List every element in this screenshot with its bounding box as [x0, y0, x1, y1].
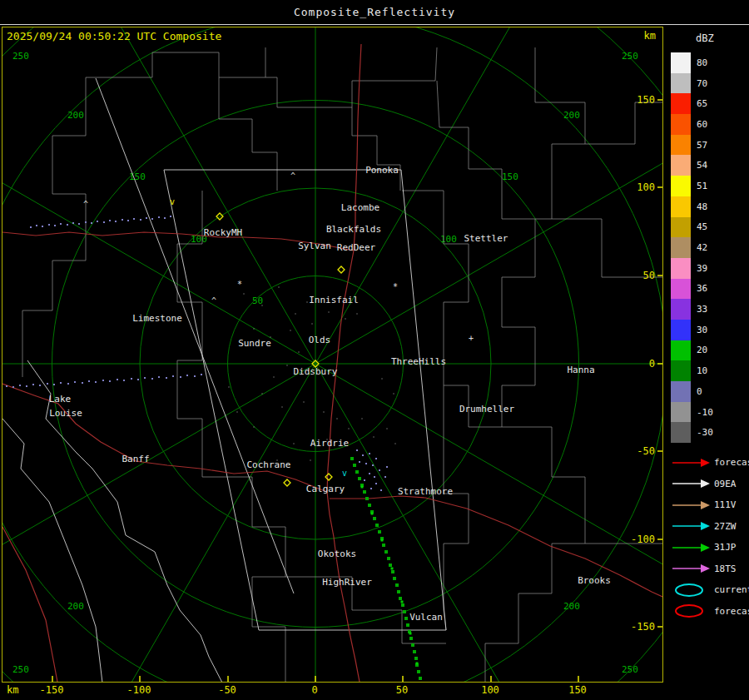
reflectivity-echo	[364, 479, 365, 481]
range-ring-label: 250	[12, 664, 29, 675]
reflectivity-echo	[12, 386, 14, 388]
city-label: Vulcan	[409, 612, 443, 623]
reflectivity-echo	[85, 221, 87, 223]
reflectivity-echo	[365, 463, 367, 464]
reflectivity-echo	[229, 387, 230, 388]
reflectivity-echo	[74, 381, 76, 383]
arrow-head	[701, 501, 710, 509]
reflectivity-echo	[358, 477, 361, 480]
reflectivity-echo	[307, 302, 308, 303]
colorbar-swatch	[671, 320, 691, 340]
reflectivity-echo	[370, 488, 372, 489]
reflectivity-echo	[379, 469, 380, 471]
reflectivity-echo	[82, 382, 83, 384]
reflectivity-echo	[88, 380, 90, 382]
colorbar-row: 57	[671, 135, 713, 156]
reflectivity-echo	[362, 419, 363, 420]
reflectivity-echo	[413, 650, 416, 653]
legend-row: forecast	[671, 452, 749, 474]
arrow-head	[701, 564, 710, 573]
reflectivity-echo	[254, 427, 255, 428]
county-boundary-line	[352, 107, 400, 191]
colorbar-swatch	[671, 340, 691, 361]
reflectivity-echo	[95, 381, 97, 383]
city-label: Louise	[49, 408, 82, 419]
reflectivity-echo	[374, 476, 375, 478]
point-marker-icon: *	[393, 282, 398, 291]
reflectivity-echo	[375, 524, 379, 527]
legend-label: current	[714, 584, 749, 595]
reflectivity-echo	[201, 374, 202, 375]
reflectivity-echo	[237, 412, 238, 413]
colorbar-swatch	[671, 52, 691, 73]
reflectivity-echo	[324, 412, 325, 413]
right-axis-label: 50	[643, 270, 655, 281]
reflectivity-echo	[373, 517, 376, 520]
legend-label: forecast	[714, 457, 749, 468]
reflectivity-echo	[406, 623, 409, 627]
colorbar-row: 70	[671, 73, 713, 94]
colorbar-value-label: 80	[697, 57, 707, 68]
point-marker-icon: ^	[211, 296, 216, 305]
reflectivity-echo	[295, 314, 296, 315]
reflectivity-echo	[67, 383, 69, 385]
range-ring-label: 50	[252, 295, 263, 306]
colorbar-row: 80	[671, 52, 713, 73]
reflectivity-echo	[368, 504, 371, 507]
city-label: Calgary	[306, 484, 345, 494]
timestamp-label: 2025/09/24 00:50:22 UTC Composite	[7, 30, 221, 42]
colorbar-value-label: 57	[697, 140, 707, 151]
colorbar-row: 51	[671, 176, 713, 196]
reflectivity-echo	[337, 419, 338, 420]
reflectivity-echo	[386, 466, 388, 468]
azimuth-spoke	[66, 364, 315, 682]
reflectivity-echo	[131, 378, 132, 380]
reflectivity-echo	[409, 637, 413, 640]
colorbar-row: 54	[671, 155, 713, 176]
colorbar-swatch	[671, 237, 691, 258]
legend-label: 18TS	[714, 563, 737, 574]
colorbar-value-label: 45	[697, 221, 707, 232]
reflectivity-echo	[312, 324, 313, 325]
reflectivity-echo	[391, 570, 394, 573]
colorbar-swatch	[671, 422, 691, 443]
reflectivity-echo	[372, 464, 374, 466]
reflectivity-echo	[158, 376, 160, 378]
reflectivity-echo	[380, 489, 382, 491]
colorbar-value-label: 70	[697, 78, 707, 89]
reflectivity-echo	[144, 377, 146, 379]
colorbar-value-label: 0	[697, 386, 702, 397]
km-unit-bottom-left: km	[7, 684, 18, 696]
reflectivity-echo	[355, 470, 359, 474]
range-ring-label: 200	[67, 110, 84, 121]
reflectivity-echo	[30, 226, 32, 228]
reflectivity-echo	[384, 550, 388, 554]
reflectivity-echo	[371, 513, 374, 515]
reflectivity-echo	[180, 376, 181, 378]
colorbar-row: 39	[671, 258, 713, 279]
city-label: Airdrie	[310, 438, 349, 449]
county-boundary-line	[552, 219, 662, 277]
county-boundary-line	[502, 219, 535, 427]
point-marker-icon: v	[342, 469, 347, 478]
colorbar-row: 42	[671, 237, 713, 258]
range-ring-label: 200	[67, 601, 84, 612]
reflectivity-echo	[109, 220, 111, 221]
reflectivity-echo	[356, 449, 358, 451]
reflectivity-echo	[299, 352, 300, 353]
reflectivity-echo	[382, 379, 383, 380]
reflectivity-echo	[401, 603, 404, 607]
bottom-axis-label: 100	[472, 684, 508, 696]
range-ring-label: 250	[622, 664, 638, 675]
reflectivity-echo	[158, 216, 160, 218]
reflectivity-echo	[262, 394, 263, 395]
colorbar-value-label: 36	[697, 283, 707, 294]
ellipse-outline	[676, 605, 702, 617]
reflectivity-echo	[391, 568, 394, 570]
colorbar-row: 0	[671, 381, 713, 402]
city-label: Ponoka	[365, 165, 399, 176]
colorbar-value-label: 48	[697, 201, 707, 212]
bottom-axis: km -150-100-50050100150	[0, 683, 666, 698]
reflectivity-echo	[361, 486, 364, 489]
county-boundary-line	[585, 102, 662, 144]
